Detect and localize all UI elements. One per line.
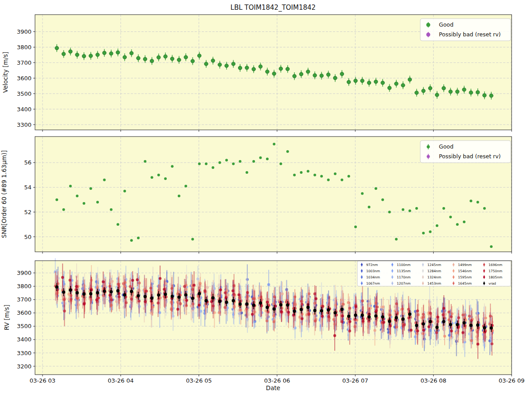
legend-item-label: 1696nm <box>489 263 502 267</box>
data-point <box>171 165 173 168</box>
data-point <box>164 177 167 180</box>
legend-item-label: 1453nm <box>427 282 441 286</box>
x-tick-label: 03-26 06 <box>264 377 290 384</box>
vrad-point <box>395 316 398 319</box>
data-point <box>428 86 432 90</box>
data-point <box>342 303 344 305</box>
vrad-point <box>75 291 78 294</box>
data-point <box>90 187 92 190</box>
data-point <box>300 171 302 174</box>
data-point <box>129 51 133 55</box>
figure: LBL TOIM1842_TOIM1842 330034003500360037… <box>0 0 532 399</box>
data-point <box>477 343 479 345</box>
data-point <box>301 317 303 320</box>
vrad-point <box>130 290 133 293</box>
data-point <box>286 67 289 70</box>
vrad-point <box>333 311 336 314</box>
vrad-point <box>354 313 357 317</box>
vrad-point <box>266 306 269 309</box>
legend-item-label: 1170nm <box>397 275 411 279</box>
data-point <box>130 298 133 301</box>
legend-marker-1067nm <box>361 282 363 284</box>
legend-marker-good <box>426 23 430 27</box>
vrad-point <box>259 301 262 305</box>
data-point <box>443 335 446 337</box>
data-point <box>62 52 65 56</box>
data-point <box>293 174 296 176</box>
data-point <box>129 285 132 288</box>
data-point <box>320 74 323 77</box>
data-point <box>95 298 98 301</box>
vrad-point <box>442 320 445 323</box>
vrad-point <box>171 295 174 298</box>
data-point <box>111 280 113 283</box>
vrad-point <box>239 302 242 305</box>
data-point <box>239 160 242 163</box>
data-point <box>203 289 206 292</box>
data-point <box>274 305 277 307</box>
y-tick-label: 3800 <box>17 283 31 289</box>
data-point <box>89 54 93 58</box>
data-point <box>197 54 201 57</box>
data-point <box>462 313 464 316</box>
data-point <box>387 86 391 90</box>
y-tick-label: 3900 <box>17 28 31 35</box>
vrad-point <box>218 300 221 303</box>
vrad-point <box>144 295 147 298</box>
legend-item-label: 1805nm <box>489 275 502 279</box>
vrad-point <box>204 299 207 302</box>
vrad-point <box>327 308 330 311</box>
vrad-point <box>198 292 201 295</box>
y-tick-label: 3600 <box>17 309 31 316</box>
data-point <box>131 279 134 282</box>
data-point <box>301 303 303 305</box>
data-point <box>252 160 255 163</box>
data-point <box>321 315 324 317</box>
data-point <box>489 315 492 317</box>
data-point <box>279 67 282 70</box>
data-point <box>354 318 356 321</box>
data-point <box>468 315 471 317</box>
data-point <box>138 300 141 302</box>
data-point <box>191 59 194 63</box>
data-point <box>416 309 419 312</box>
data-point <box>455 332 458 334</box>
vrad-point <box>340 308 344 311</box>
vrad-point <box>245 302 248 305</box>
data-point <box>144 160 146 163</box>
vrad-point <box>232 299 235 302</box>
data-point <box>313 174 316 176</box>
data-point <box>76 195 78 197</box>
legend-item-label: 1207nm <box>397 282 411 286</box>
data-point <box>177 58 181 62</box>
data-point <box>200 310 202 313</box>
data-point <box>246 171 248 174</box>
legend-marker-1324nm <box>422 276 424 278</box>
vrad-point <box>69 289 72 292</box>
data-point <box>183 285 186 288</box>
data-point <box>449 215 452 218</box>
data-point <box>273 320 275 323</box>
vrad-point <box>300 308 303 311</box>
data-point <box>123 55 126 59</box>
vrad-point <box>184 293 188 297</box>
vrad-point <box>116 289 119 292</box>
legend-item-label: 1034nm <box>366 275 380 279</box>
data-point <box>327 179 330 181</box>
data-point <box>326 73 330 76</box>
y-tick-label: 3700 <box>17 59 31 66</box>
y-tick-label: 3300 <box>17 121 31 128</box>
data-point <box>293 307 296 309</box>
data-point <box>157 174 160 176</box>
vrad-point <box>96 291 99 294</box>
data-point <box>185 299 188 301</box>
data-point <box>469 91 473 94</box>
data-point <box>463 221 466 223</box>
data-point <box>110 52 113 55</box>
y-tick-label: 50 <box>24 234 31 240</box>
vrad-point <box>62 290 65 293</box>
data-point <box>470 319 473 322</box>
vrad-point <box>449 323 452 326</box>
data-point <box>408 78 411 81</box>
legend-marker-1595nm <box>453 276 454 278</box>
